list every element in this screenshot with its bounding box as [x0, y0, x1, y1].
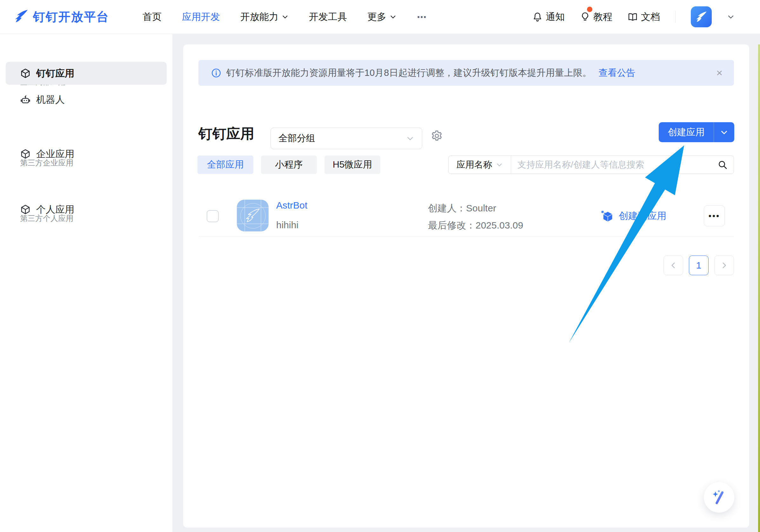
banner-close-icon[interactable]: × [716, 60, 723, 86]
app-icon-astrbot [237, 200, 268, 231]
sidebar-item-robot[interactable]: 机器人 [6, 88, 167, 111]
sidebar: 企业内部应用 钉钉应用 机器人 第三方企业应用 企业应用 第三方个人应用 个人应… [0, 34, 172, 532]
user-avatar[interactable] [691, 6, 712, 27]
chevron-down-icon [282, 13, 289, 20]
docs-label: 文档 [641, 11, 660, 24]
notice-banner: 钉钉标准版开放能力资源用量将于10月8日起进行调整，建议升级钉钉版本提升用量上限… [198, 60, 734, 86]
app-description: hihihi [276, 220, 299, 230]
nav-item-more[interactable]: 更多 [367, 11, 397, 24]
sidebar-item-label: 个人应用 [36, 203, 74, 216]
search-icon [717, 160, 728, 170]
docs-button[interactable]: 文档 [628, 11, 660, 24]
tutorial-button[interactable]: 教程 [580, 11, 612, 24]
banner-message: 钉钉标准版开放能力资源用量将于10月8日起进行调整，建议升级钉钉版本提升用量上限… [226, 67, 592, 79]
search-category-value: 应用名称 [456, 159, 492, 171]
book-icon [628, 12, 638, 22]
chevron-down-icon [720, 128, 728, 136]
pagination-page-1[interactable]: 1 [689, 256, 709, 275]
nav-right-utilities: 通知 教程 文档 [532, 0, 735, 34]
nav-item-open-capability[interactable]: 开放能力 [240, 11, 289, 24]
modified-value: 2025.03.09 [476, 220, 523, 230]
tab-h5-micro-app[interactable]: H5微应用 [324, 156, 380, 174]
sidebar-item-personal-app[interactable]: 个人应用 [6, 198, 167, 221]
chevron-down-icon[interactable] [727, 13, 735, 21]
notifications-button[interactable]: 通知 [532, 11, 565, 24]
create-cool-app-link[interactable]: 创建酷应用 [601, 210, 666, 222]
sidebar-item-label: 企业应用 [36, 148, 74, 161]
chevron-down-icon [496, 161, 503, 168]
app-creator: 创建人：Soulter [428, 202, 496, 215]
ai-assistant-fab[interactable] [704, 482, 734, 513]
chevron-down-icon [390, 13, 397, 20]
app-row-checkbox[interactable] [207, 210, 219, 222]
tutorial-label: 教程 [593, 11, 612, 24]
sidebar-item-label: 机器人 [36, 93, 65, 106]
nav-item-open-capability-label: 开放能力 [240, 11, 278, 24]
create-app-button[interactable]: 创建应用 [659, 122, 714, 142]
create-cool-app-label: 创建酷应用 [619, 210, 666, 222]
nav-item-dev-tools[interactable]: 开发工具 [309, 11, 347, 24]
sidebar-item-enterprise-app[interactable]: 企业应用 [6, 143, 167, 166]
row-divider [198, 236, 734, 236]
nav-item-more-label: 更多 [367, 11, 386, 24]
search-button[interactable] [711, 156, 734, 173]
app-last-modified: 最后修改：2025.03.09 [428, 219, 523, 232]
search-input[interactable] [511, 160, 711, 170]
top-nav: 钉钉开放平台 首页 应用开发 开放能力 开发工具 更多 ⋯ 通知 [0, 0, 760, 34]
creator-label: 创建人： [428, 203, 466, 213]
tab-all-apps[interactable]: 全部应用 [198, 156, 253, 174]
bell-icon [532, 12, 543, 22]
app-name-link[interactable]: AstrBot [276, 200, 307, 211]
chevron-down-icon [406, 134, 414, 143]
create-app-split-button: 创建应用 [659, 122, 734, 142]
dingtalk-wing-icon [695, 11, 707, 23]
magic-wand-icon [710, 488, 728, 507]
creator-value: Soulter [466, 203, 496, 213]
gear-icon [430, 129, 443, 142]
chevron-right-icon [720, 261, 728, 269]
cube-icon [20, 68, 30, 78]
main-content-card: 钉钉标准版开放能力资源用量将于10月8日起进行调整，建议升级钉钉版本提升用量上限… [183, 44, 749, 528]
group-filter-select[interactable]: 全部分组 [270, 127, 422, 149]
group-settings-button[interactable] [430, 129, 443, 143]
sidebar-item-dingtalk-app[interactable]: 钉钉应用 [6, 62, 167, 85]
screenshot-edge-artifact [758, 44, 760, 532]
banner-announcement-link[interactable]: 查看公告 [598, 67, 635, 79]
tutorial-notification-dot [587, 7, 593, 12]
platform-logo[interactable]: 钉钉开放平台 [14, 0, 109, 34]
notifications-label: 通知 [546, 11, 565, 24]
app-row-more-button[interactable]: ••• [704, 205, 725, 226]
create-app-dropdown-button[interactable] [714, 122, 734, 142]
tab-mini-program[interactable]: 小程序 [261, 156, 317, 174]
cube-icon [20, 149, 30, 159]
modified-label: 最后修改： [428, 220, 476, 230]
chevron-left-icon [669, 261, 678, 269]
nav-item-overflow[interactable]: ⋯ [417, 12, 427, 23]
lightbulb-icon [580, 12, 590, 22]
pagination-next-button[interactable] [714, 256, 734, 275]
nav-item-app-dev[interactable]: 应用开发 [182, 11, 220, 24]
nav-divider [675, 11, 676, 23]
app-search-bar: 应用名称 [448, 156, 734, 174]
pagination-prev-button[interactable] [663, 256, 683, 275]
robot-icon [20, 95, 30, 105]
nav-menu: 首页 应用开发 开放能力 开发工具 更多 ⋯ [143, 0, 427, 34]
dingtalk-wing-icon [14, 9, 28, 25]
group-filter-value: 全部分组 [278, 132, 315, 145]
platform-logo-text: 钉钉开放平台 [33, 9, 109, 25]
info-icon [211, 68, 221, 78]
cool-app-cube-icon [601, 210, 614, 222]
dingtalk-wing-icon [245, 208, 260, 223]
page-title: 钉钉应用 [198, 124, 254, 143]
sidebar-item-label: 钉钉应用 [36, 67, 74, 80]
cube-icon [20, 204, 30, 215]
dingtalk-open-platform-page: 钉钉开放平台 首页 应用开发 开放能力 开发工具 更多 ⋯ 通知 [0, 0, 760, 532]
nav-item-home[interactable]: 首页 [143, 11, 162, 24]
search-category-select[interactable]: 应用名称 [449, 156, 511, 173]
